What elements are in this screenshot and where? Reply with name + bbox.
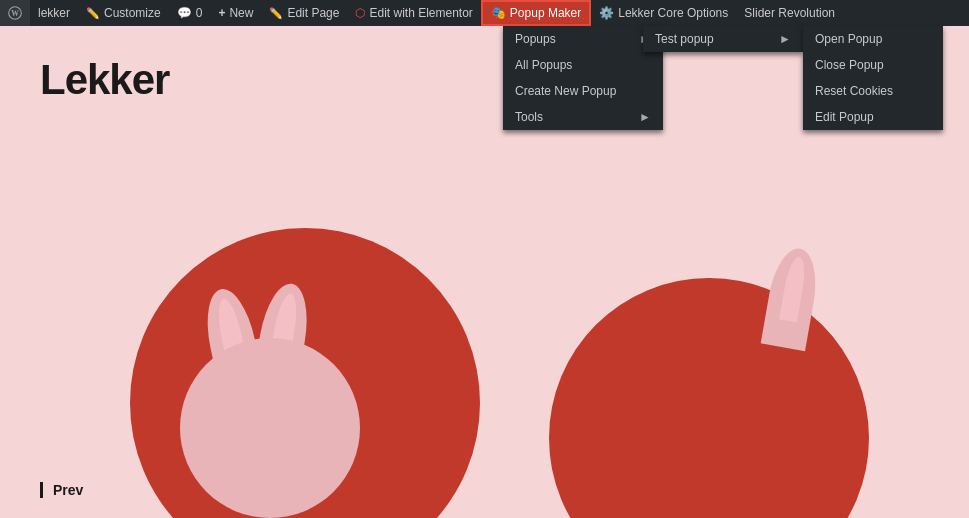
customize-label: Customize — [104, 6, 161, 20]
wp-icon: W — [8, 4, 22, 22]
popup-maker-label: Popup Maker — [510, 6, 581, 20]
test-popup-arrow: ► — [779, 32, 791, 46]
elementor-item[interactable]: ⬡ Edit with Elementor — [347, 0, 480, 26]
popup-maker-dropdown: Popups ► All Popups Create New Popup Too… — [503, 26, 663, 130]
open-popup-label: Open Popup — [815, 32, 882, 46]
edit-page-label: Edit Page — [287, 6, 339, 20]
popups-label: Popups — [515, 32, 556, 46]
menu-item-reset-cookies[interactable]: Reset Cookies — [803, 78, 943, 104]
submenu-item-test-popup[interactable]: Test popup ► — [643, 26, 803, 52]
svg-text:W: W — [11, 9, 19, 18]
slider-revolution-label: Slider Revolution — [744, 6, 835, 20]
right-bunny-ear-inner — [779, 255, 808, 322]
customize-icon: ✏️ — [86, 7, 100, 20]
right-bunny-ear — [761, 245, 823, 351]
tools-arrow: ► — [639, 110, 651, 124]
plus-icon: + — [218, 6, 225, 20]
tools-label: Tools — [515, 110, 543, 124]
menu-item-popups[interactable]: Popups ► — [503, 26, 663, 52]
menu-item-edit-popup[interactable]: Edit Popup — [803, 104, 943, 130]
prev-button[interactable]: Prev — [40, 482, 83, 498]
test-popup-actions: Open Popup Close Popup Reset Cookies Edi… — [803, 26, 943, 130]
edit-page-icon: ✏️ — [269, 7, 283, 20]
all-popups-label: All Popups — [515, 58, 572, 72]
slider-revolution-item[interactable]: Slider Revolution — [736, 0, 843, 26]
lekker-core-item[interactable]: ⚙️ Lekker Core Options — [591, 0, 736, 26]
comments-count: 0 — [196, 6, 203, 20]
decorative-circle-left — [130, 228, 480, 518]
menu-item-close-popup[interactable]: Close Popup — [803, 52, 943, 78]
popup-maker-item[interactable]: 🎭 Popup Maker — [481, 0, 591, 26]
elementor-icon: ⬡ — [355, 6, 365, 20]
edit-popup-label: Edit Popup — [815, 110, 874, 124]
comment-icon: 💬 — [177, 6, 192, 20]
menu-item-create-new-popup[interactable]: Create New Popup — [503, 78, 663, 104]
elementor-label: Edit with Elementor — [369, 6, 472, 20]
gear-icon: ⚙️ — [599, 6, 614, 20]
menu-item-all-popups[interactable]: All Popups — [503, 52, 663, 78]
customize-item[interactable]: ✏️ Customize — [78, 0, 169, 26]
admin-bar: W lekker ✏️ Customize 💬 0 + New ✏️ Edit … — [0, 0, 969, 26]
reset-cookies-label: Reset Cookies — [815, 84, 893, 98]
lekker-core-label: Lekker Core Options — [618, 6, 728, 20]
menu-item-open-popup[interactable]: Open Popup — [803, 26, 943, 52]
decorative-circle-right — [549, 278, 869, 518]
prev-label: Prev — [53, 482, 83, 498]
new-item[interactable]: + New — [210, 0, 261, 26]
menu-item-tools[interactable]: Tools ► — [503, 104, 663, 130]
edit-page-item[interactable]: ✏️ Edit Page — [261, 0, 347, 26]
wp-logo[interactable]: W — [0, 0, 30, 26]
site-name-label: lekker — [38, 6, 70, 20]
create-new-popup-label: Create New Popup — [515, 84, 616, 98]
site-name-item[interactable]: lekker — [30, 0, 78, 26]
page-title: Lekker — [40, 56, 169, 104]
popup-maker-icon: 🎭 — [491, 6, 506, 20]
test-popup-label: Test popup — [655, 32, 714, 46]
new-label: New — [229, 6, 253, 20]
bunny-head — [180, 338, 360, 518]
comments-item[interactable]: 💬 0 — [169, 0, 211, 26]
close-popup-label: Close Popup — [815, 58, 884, 72]
test-popup-submenu: Test popup ► — [643, 26, 803, 52]
